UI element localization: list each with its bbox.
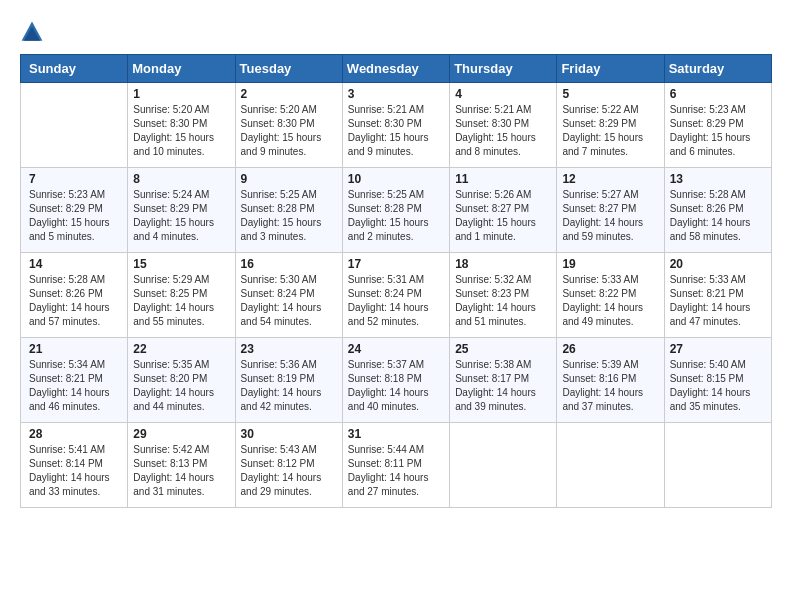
cell-info: Sunrise: 5:39 AMSunset: 8:16 PMDaylight:… (562, 358, 658, 414)
cell-info: Sunrise: 5:32 AMSunset: 8:23 PMDaylight:… (455, 273, 551, 329)
day-number: 1 (133, 87, 229, 101)
cell-info: Sunrise: 5:41 AMSunset: 8:14 PMDaylight:… (29, 443, 122, 499)
day-number: 16 (241, 257, 337, 271)
day-number: 21 (29, 342, 122, 356)
week-row-2: 7Sunrise: 5:23 AMSunset: 8:29 PMDaylight… (21, 168, 772, 253)
calendar-cell: 31Sunrise: 5:44 AMSunset: 8:11 PMDayligh… (342, 423, 449, 508)
cell-info: Sunrise: 5:35 AMSunset: 8:20 PMDaylight:… (133, 358, 229, 414)
calendar-cell (557, 423, 664, 508)
cell-info: Sunrise: 5:33 AMSunset: 8:22 PMDaylight:… (562, 273, 658, 329)
calendar-cell: 27Sunrise: 5:40 AMSunset: 8:15 PMDayligh… (664, 338, 771, 423)
day-number: 20 (670, 257, 766, 271)
day-number: 7 (29, 172, 122, 186)
cell-info: Sunrise: 5:24 AMSunset: 8:29 PMDaylight:… (133, 188, 229, 244)
cell-info: Sunrise: 5:29 AMSunset: 8:25 PMDaylight:… (133, 273, 229, 329)
calendar-cell: 8Sunrise: 5:24 AMSunset: 8:29 PMDaylight… (128, 168, 235, 253)
calendar-cell: 9Sunrise: 5:25 AMSunset: 8:28 PMDaylight… (235, 168, 342, 253)
col-header-thursday: Thursday (450, 55, 557, 83)
calendar-cell: 10Sunrise: 5:25 AMSunset: 8:28 PMDayligh… (342, 168, 449, 253)
calendar-cell: 7Sunrise: 5:23 AMSunset: 8:29 PMDaylight… (21, 168, 128, 253)
day-number: 18 (455, 257, 551, 271)
day-number: 13 (670, 172, 766, 186)
day-number: 15 (133, 257, 229, 271)
day-number: 19 (562, 257, 658, 271)
day-number: 26 (562, 342, 658, 356)
day-number: 28 (29, 427, 122, 441)
calendar-cell: 23Sunrise: 5:36 AMSunset: 8:19 PMDayligh… (235, 338, 342, 423)
cell-info: Sunrise: 5:37 AMSunset: 8:18 PMDaylight:… (348, 358, 444, 414)
calendar-cell: 22Sunrise: 5:35 AMSunset: 8:20 PMDayligh… (128, 338, 235, 423)
day-number: 29 (133, 427, 229, 441)
col-header-tuesday: Tuesday (235, 55, 342, 83)
week-row-5: 28Sunrise: 5:41 AMSunset: 8:14 PMDayligh… (21, 423, 772, 508)
week-row-3: 14Sunrise: 5:28 AMSunset: 8:26 PMDayligh… (21, 253, 772, 338)
calendar-table: SundayMondayTuesdayWednesdayThursdayFrid… (20, 54, 772, 508)
calendar-cell: 13Sunrise: 5:28 AMSunset: 8:26 PMDayligh… (664, 168, 771, 253)
calendar-cell: 1Sunrise: 5:20 AMSunset: 8:30 PMDaylight… (128, 83, 235, 168)
calendar-cell: 17Sunrise: 5:31 AMSunset: 8:24 PMDayligh… (342, 253, 449, 338)
header-row: SundayMondayTuesdayWednesdayThursdayFrid… (21, 55, 772, 83)
cell-info: Sunrise: 5:20 AMSunset: 8:30 PMDaylight:… (241, 103, 337, 159)
calendar-cell (664, 423, 771, 508)
cell-info: Sunrise: 5:27 AMSunset: 8:27 PMDaylight:… (562, 188, 658, 244)
cell-info: Sunrise: 5:28 AMSunset: 8:26 PMDaylight:… (29, 273, 122, 329)
calendar-cell: 29Sunrise: 5:42 AMSunset: 8:13 PMDayligh… (128, 423, 235, 508)
cell-info: Sunrise: 5:25 AMSunset: 8:28 PMDaylight:… (241, 188, 337, 244)
cell-info: Sunrise: 5:22 AMSunset: 8:29 PMDaylight:… (562, 103, 658, 159)
day-number: 14 (29, 257, 122, 271)
cell-info: Sunrise: 5:31 AMSunset: 8:24 PMDaylight:… (348, 273, 444, 329)
day-number: 12 (562, 172, 658, 186)
calendar-cell: 19Sunrise: 5:33 AMSunset: 8:22 PMDayligh… (557, 253, 664, 338)
calendar-cell: 6Sunrise: 5:23 AMSunset: 8:29 PMDaylight… (664, 83, 771, 168)
cell-info: Sunrise: 5:43 AMSunset: 8:12 PMDaylight:… (241, 443, 337, 499)
cell-info: Sunrise: 5:23 AMSunset: 8:29 PMDaylight:… (29, 188, 122, 244)
col-header-friday: Friday (557, 55, 664, 83)
cell-info: Sunrise: 5:21 AMSunset: 8:30 PMDaylight:… (348, 103, 444, 159)
day-number: 2 (241, 87, 337, 101)
col-header-wednesday: Wednesday (342, 55, 449, 83)
cell-info: Sunrise: 5:36 AMSunset: 8:19 PMDaylight:… (241, 358, 337, 414)
calendar-cell: 14Sunrise: 5:28 AMSunset: 8:26 PMDayligh… (21, 253, 128, 338)
cell-info: Sunrise: 5:34 AMSunset: 8:21 PMDaylight:… (29, 358, 122, 414)
calendar-cell (450, 423, 557, 508)
calendar-cell: 2Sunrise: 5:20 AMSunset: 8:30 PMDaylight… (235, 83, 342, 168)
calendar-cell: 24Sunrise: 5:37 AMSunset: 8:18 PMDayligh… (342, 338, 449, 423)
calendar-cell: 15Sunrise: 5:29 AMSunset: 8:25 PMDayligh… (128, 253, 235, 338)
cell-info: Sunrise: 5:33 AMSunset: 8:21 PMDaylight:… (670, 273, 766, 329)
day-number: 31 (348, 427, 444, 441)
day-number: 5 (562, 87, 658, 101)
cell-info: Sunrise: 5:44 AMSunset: 8:11 PMDaylight:… (348, 443, 444, 499)
page-header (20, 20, 772, 44)
calendar-cell: 11Sunrise: 5:26 AMSunset: 8:27 PMDayligh… (450, 168, 557, 253)
cell-info: Sunrise: 5:28 AMSunset: 8:26 PMDaylight:… (670, 188, 766, 244)
day-number: 30 (241, 427, 337, 441)
day-number: 8 (133, 172, 229, 186)
day-number: 11 (455, 172, 551, 186)
day-number: 24 (348, 342, 444, 356)
col-header-monday: Monday (128, 55, 235, 83)
day-number: 17 (348, 257, 444, 271)
cell-info: Sunrise: 5:26 AMSunset: 8:27 PMDaylight:… (455, 188, 551, 244)
calendar-cell: 21Sunrise: 5:34 AMSunset: 8:21 PMDayligh… (21, 338, 128, 423)
calendar-cell: 30Sunrise: 5:43 AMSunset: 8:12 PMDayligh… (235, 423, 342, 508)
cell-info: Sunrise: 5:25 AMSunset: 8:28 PMDaylight:… (348, 188, 444, 244)
cell-info: Sunrise: 5:40 AMSunset: 8:15 PMDaylight:… (670, 358, 766, 414)
week-row-1: 1Sunrise: 5:20 AMSunset: 8:30 PMDaylight… (21, 83, 772, 168)
day-number: 23 (241, 342, 337, 356)
calendar-cell: 18Sunrise: 5:32 AMSunset: 8:23 PMDayligh… (450, 253, 557, 338)
cell-info: Sunrise: 5:20 AMSunset: 8:30 PMDaylight:… (133, 103, 229, 159)
day-number: 10 (348, 172, 444, 186)
calendar-cell (21, 83, 128, 168)
day-number: 22 (133, 342, 229, 356)
day-number: 3 (348, 87, 444, 101)
day-number: 6 (670, 87, 766, 101)
cell-info: Sunrise: 5:38 AMSunset: 8:17 PMDaylight:… (455, 358, 551, 414)
calendar-cell: 28Sunrise: 5:41 AMSunset: 8:14 PMDayligh… (21, 423, 128, 508)
col-header-sunday: Sunday (21, 55, 128, 83)
calendar-cell: 5Sunrise: 5:22 AMSunset: 8:29 PMDaylight… (557, 83, 664, 168)
calendar-cell: 26Sunrise: 5:39 AMSunset: 8:16 PMDayligh… (557, 338, 664, 423)
cell-info: Sunrise: 5:23 AMSunset: 8:29 PMDaylight:… (670, 103, 766, 159)
col-header-saturday: Saturday (664, 55, 771, 83)
calendar-cell: 12Sunrise: 5:27 AMSunset: 8:27 PMDayligh… (557, 168, 664, 253)
week-row-4: 21Sunrise: 5:34 AMSunset: 8:21 PMDayligh… (21, 338, 772, 423)
